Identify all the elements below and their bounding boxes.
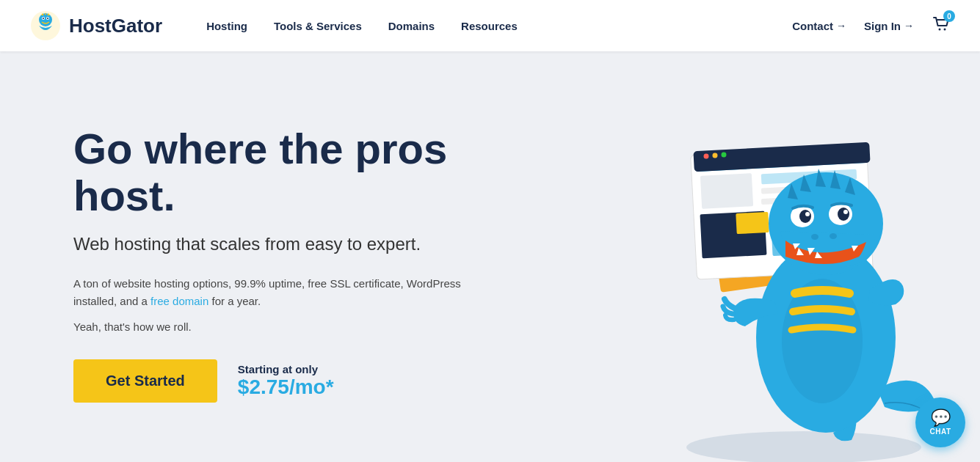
logo[interactable]: HostGator — [29, 10, 162, 42]
svg-point-30 — [838, 208, 849, 221]
gator-svg — [598, 81, 965, 462]
svg-point-32 — [843, 210, 848, 214]
svg-point-31 — [805, 212, 810, 216]
cart-button[interactable]: 0 — [932, 15, 951, 37]
logo-text: HostGator — [69, 15, 162, 37]
signin-link[interactable]: Sign In → — [864, 20, 914, 32]
nav-actions: Contact → Sign In → 0 — [792, 15, 951, 37]
cart-badge: 0 — [943, 10, 955, 22]
svg-point-6 — [939, 29, 941, 31]
contact-link[interactable]: Contact → — [792, 20, 846, 32]
contact-arrow-icon: → — [836, 20, 846, 32]
hero-description: A ton of website hosting options, 99.9% … — [73, 275, 477, 310]
svg-point-1 — [39, 13, 52, 26]
nav-resources[interactable]: Resources — [461, 20, 518, 32]
hero-section: Go where the pros host. Web hosting that… — [0, 51, 980, 462]
chat-button[interactable]: 💬 CHAT — [915, 397, 965, 447]
svg-point-4 — [43, 18, 44, 19]
svg-point-33 — [811, 234, 819, 240]
nav-tools-services[interactable]: Tools & Services — [274, 20, 362, 32]
nav-links: Hosting Tools & Services Domains Resourc… — [206, 20, 792, 32]
nav-hosting[interactable]: Hosting — [206, 20, 247, 32]
free-domain-link[interactable]: free domain — [150, 295, 208, 307]
svg-point-29 — [799, 210, 811, 223]
pricing-info: Starting at only $2.75/mo* — [238, 363, 334, 399]
nav-domains[interactable]: Domains — [388, 20, 435, 32]
signin-arrow-icon: → — [904, 20, 914, 32]
hero-headline: Go where the pros host. — [73, 125, 477, 219]
get-started-button[interactable]: Get Started — [73, 359, 217, 403]
logo-icon — [29, 10, 62, 42]
cta-area: Get Started Starting at only $2.75/mo* — [73, 359, 477, 403]
hero-subheadline: Web hosting that scales from easy to exp… — [73, 234, 477, 254]
svg-point-7 — [944, 29, 946, 31]
svg-point-8 — [686, 431, 921, 462]
pricing-label: Starting at only — [238, 363, 334, 375]
chat-icon: 💬 — [931, 410, 951, 426]
navbar: HostGator Hosting Tools & Services Domai… — [0, 0, 980, 51]
hero-illustration — [598, 81, 965, 462]
pricing-price: $2.75/mo* — [238, 375, 334, 399]
hero-content: Go where the pros host. Web hosting that… — [0, 111, 477, 403]
chat-label: CHAT — [929, 428, 951, 436]
svg-point-5 — [47, 18, 48, 19]
svg-point-34 — [830, 233, 837, 239]
hero-tagline: Yeah, that's how we roll. — [73, 320, 477, 333]
